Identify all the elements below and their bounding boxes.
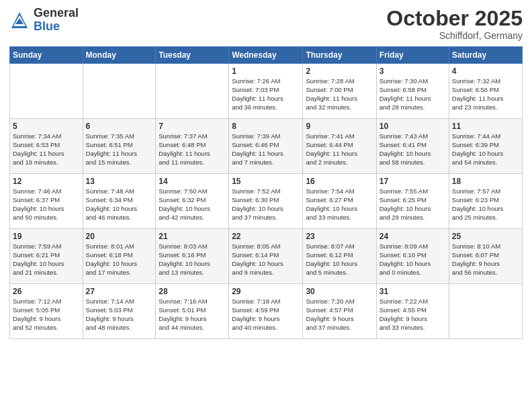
calendar-cell: 11Sunrise: 7:44 AM Sunset: 6:39 PM Dayli…: [449, 119, 522, 174]
logo-blue-text: Blue: [34, 20, 79, 34]
day-info: Sunrise: 7:20 AM Sunset: 4:57 PM Dayligh…: [306, 298, 373, 332]
day-number: 11: [452, 122, 519, 131]
day-number: 26: [13, 287, 80, 296]
day-number: 2: [306, 66, 373, 76]
day-info: Sunrise: 7:54 AM Sunset: 6:27 PM Dayligh…: [306, 187, 373, 222]
calendar-week-row: 12Sunrise: 7:46 AM Sunset: 6:37 PM Dayli…: [10, 174, 523, 229]
day-info: Sunrise: 7:30 AM Sunset: 6:58 PM Dayligh…: [380, 77, 446, 111]
day-info: Sunrise: 7:50 AM Sunset: 6:32 PM Dayligh…: [159, 187, 226, 222]
calendar-cell: 20Sunrise: 8:01 AM Sunset: 6:18 PM Dayli…: [83, 229, 156, 284]
day-number: 12: [13, 177, 80, 186]
day-info: Sunrise: 7:37 AM Sunset: 6:48 PM Dayligh…: [159, 132, 226, 167]
day-info: Sunrise: 7:28 AM Sunset: 7:00 PM Dayligh…: [306, 77, 373, 111]
day-number: 31: [380, 287, 446, 296]
calendar-cell: [83, 64, 156, 119]
col-thursday: Thursday: [303, 47, 376, 64]
calendar-cell: 6Sunrise: 7:35 AM Sunset: 6:51 PM Daylig…: [83, 119, 156, 174]
calendar-cell: 3Sunrise: 7:30 AM Sunset: 6:58 PM Daylig…: [376, 64, 449, 119]
day-info: Sunrise: 7:32 AM Sunset: 6:56 PM Dayligh…: [452, 77, 519, 111]
day-info: Sunrise: 7:35 AM Sunset: 6:51 PM Dayligh…: [86, 132, 153, 167]
calendar-header-row: Sunday Monday Tuesday Wednesday Thursday…: [10, 47, 523, 64]
calendar-cell: 15Sunrise: 7:52 AM Sunset: 6:30 PM Dayli…: [229, 174, 303, 229]
calendar-cell: 26Sunrise: 7:12 AM Sunset: 5:05 PM Dayli…: [10, 284, 83, 339]
logo-icon: [9, 10, 30, 30]
day-info: Sunrise: 7:14 AM Sunset: 5:03 PM Dayligh…: [86, 298, 153, 332]
location-text: Schiffdorf, Germany: [386, 30, 523, 41]
calendar-cell: 8Sunrise: 7:39 AM Sunset: 6:46 PM Daylig…: [229, 119, 303, 174]
title-block: October 2025 Schiffdorf, Germany: [386, 7, 523, 41]
day-info: Sunrise: 7:16 AM Sunset: 5:01 PM Dayligh…: [159, 298, 226, 332]
calendar-cell: 24Sunrise: 8:09 AM Sunset: 6:10 PM Dayli…: [376, 229, 449, 284]
day-info: Sunrise: 7:52 AM Sunset: 6:30 PM Dayligh…: [232, 187, 300, 222]
calendar-cell: 4Sunrise: 7:32 AM Sunset: 6:56 PM Daylig…: [449, 64, 522, 119]
day-number: 5: [13, 122, 80, 131]
calendar-cell: 2Sunrise: 7:28 AM Sunset: 7:00 PM Daylig…: [303, 64, 376, 119]
day-info: Sunrise: 7:26 AM Sunset: 7:03 PM Dayligh…: [232, 77, 300, 111]
page-header: General Blue October 2025 Schiffdorf, Ge…: [9, 7, 523, 41]
col-monday: Monday: [83, 47, 156, 64]
day-number: 14: [159, 177, 226, 186]
day-info: Sunrise: 7:12 AM Sunset: 5:05 PM Dayligh…: [13, 298, 80, 332]
day-number: 21: [159, 232, 226, 241]
day-number: 29: [232, 287, 300, 296]
day-number: 24: [380, 232, 446, 241]
day-number: 6: [86, 122, 153, 131]
calendar-cell: 28Sunrise: 7:16 AM Sunset: 5:01 PM Dayli…: [156, 284, 229, 339]
calendar-table: Sunday Monday Tuesday Wednesday Thursday…: [9, 46, 523, 339]
day-number: 28: [159, 287, 226, 296]
calendar-cell: 14Sunrise: 7:50 AM Sunset: 6:32 PM Dayli…: [156, 174, 229, 229]
logo-general-text: General: [34, 7, 79, 20]
calendar-week-row: 5Sunrise: 7:34 AM Sunset: 6:53 PM Daylig…: [10, 119, 523, 174]
day-number: 13: [86, 177, 153, 186]
calendar-cell: [10, 64, 83, 119]
col-wednesday: Wednesday: [229, 47, 303, 64]
calendar-cell: 27Sunrise: 7:14 AM Sunset: 5:03 PM Dayli…: [83, 284, 156, 339]
day-info: Sunrise: 7:44 AM Sunset: 6:39 PM Dayligh…: [452, 132, 519, 167]
col-friday: Friday: [376, 47, 449, 64]
day-info: Sunrise: 7:18 AM Sunset: 4:59 PM Dayligh…: [232, 298, 300, 332]
day-number: 9: [306, 122, 373, 131]
day-info: Sunrise: 8:07 AM Sunset: 6:12 PM Dayligh…: [306, 242, 373, 277]
calendar-cell: 13Sunrise: 7:48 AM Sunset: 6:34 PM Dayli…: [83, 174, 156, 229]
logo-text: General Blue: [34, 7, 79, 34]
calendar-cell: 17Sunrise: 7:55 AM Sunset: 6:25 PM Dayli…: [376, 174, 449, 229]
day-number: 4: [452, 66, 519, 76]
day-number: 7: [159, 122, 226, 131]
col-saturday: Saturday: [449, 47, 522, 64]
day-info: Sunrise: 8:01 AM Sunset: 6:18 PM Dayligh…: [86, 242, 153, 277]
day-number: 20: [86, 232, 153, 241]
day-number: 1: [232, 66, 300, 76]
calendar-cell: 30Sunrise: 7:20 AM Sunset: 4:57 PM Dayli…: [303, 284, 376, 339]
calendar-cell: 1Sunrise: 7:26 AM Sunset: 7:03 PM Daylig…: [229, 64, 303, 119]
calendar-week-row: 19Sunrise: 7:59 AM Sunset: 6:21 PM Dayli…: [10, 229, 523, 284]
day-number: 8: [232, 122, 300, 131]
day-number: 16: [306, 177, 373, 186]
day-number: 3: [380, 66, 446, 76]
logo: General Blue: [9, 7, 79, 34]
day-number: 22: [232, 232, 300, 241]
day-number: 18: [452, 177, 519, 186]
day-number: 15: [232, 177, 300, 186]
day-number: 19: [13, 232, 80, 241]
calendar-cell: 16Sunrise: 7:54 AM Sunset: 6:27 PM Dayli…: [303, 174, 376, 229]
day-info: Sunrise: 7:39 AM Sunset: 6:46 PM Dayligh…: [232, 132, 300, 167]
day-info: Sunrise: 7:55 AM Sunset: 6:25 PM Dayligh…: [380, 187, 446, 222]
calendar-cell: 18Sunrise: 7:57 AM Sunset: 6:23 PM Dayli…: [449, 174, 522, 229]
calendar-cell: 21Sunrise: 8:03 AM Sunset: 6:16 PM Dayli…: [156, 229, 229, 284]
day-number: 10: [380, 122, 446, 131]
day-info: Sunrise: 7:22 AM Sunset: 4:55 PM Dayligh…: [380, 298, 446, 332]
calendar-cell: 31Sunrise: 7:22 AM Sunset: 4:55 PM Dayli…: [376, 284, 449, 339]
day-number: 25: [452, 232, 519, 241]
calendar-cell: 23Sunrise: 8:07 AM Sunset: 6:12 PM Dayli…: [303, 229, 376, 284]
day-info: Sunrise: 7:46 AM Sunset: 6:37 PM Dayligh…: [13, 187, 80, 222]
day-number: 27: [86, 287, 153, 296]
day-info: Sunrise: 7:43 AM Sunset: 6:41 PM Dayligh…: [380, 132, 446, 167]
day-info: Sunrise: 7:57 AM Sunset: 6:23 PM Dayligh…: [452, 187, 519, 222]
calendar-cell: [449, 284, 522, 339]
calendar-cell: 12Sunrise: 7:46 AM Sunset: 6:37 PM Dayli…: [10, 174, 83, 229]
calendar-cell: 25Sunrise: 8:10 AM Sunset: 6:07 PM Dayli…: [449, 229, 522, 284]
day-info: Sunrise: 7:59 AM Sunset: 6:21 PM Dayligh…: [13, 242, 80, 277]
day-info: Sunrise: 7:48 AM Sunset: 6:34 PM Dayligh…: [86, 187, 153, 222]
day-number: 23: [306, 232, 373, 241]
col-sunday: Sunday: [10, 47, 83, 64]
